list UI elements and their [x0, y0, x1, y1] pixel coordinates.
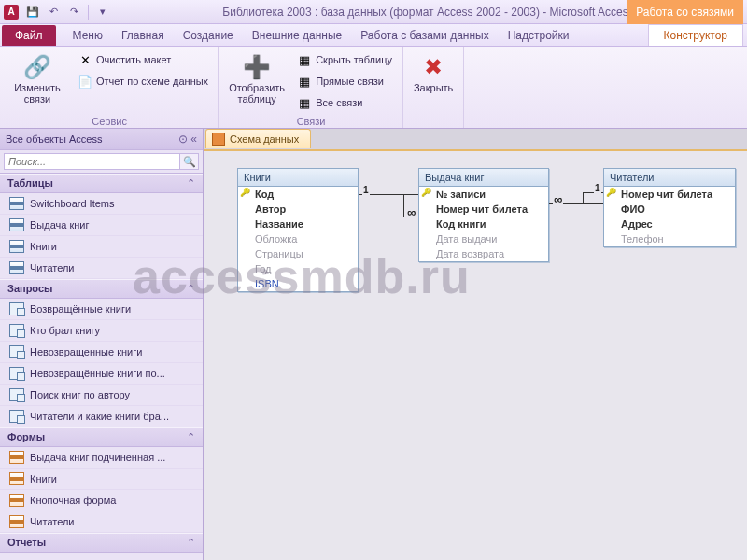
table-field[interactable]: Страницы — [238, 246, 358, 261]
table-field[interactable]: Номер чит билета — [604, 187, 735, 202]
show-table-button[interactable]: ➕ Отобразить таблицу — [225, 49, 289, 107]
hide-table-icon: ▦ — [297, 52, 312, 67]
table-field[interactable]: Название — [238, 217, 358, 231]
nav-item-form-readers[interactable]: Читатели — [0, 511, 203, 533]
table-field[interactable]: Обложка — [238, 231, 358, 246]
table-box-lending[interactable]: Выдача книг № записи Номер чит билета Ко… — [418, 168, 549, 262]
relationship-line — [403, 194, 404, 217]
nav-category-tables[interactable]: Таблицы⌃ — [0, 174, 203, 193]
tab-menu[interactable]: Меню — [63, 25, 112, 46]
tab-addins[interactable]: Надстройки — [499, 25, 579, 46]
table-field[interactable]: Дата возврата — [419, 246, 548, 261]
relationships-canvas[interactable]: Схема данных Книги Код Автор Название Об… — [204, 129, 747, 560]
table-box-books[interactable]: Книги Код Автор Название Обложка Страниц… — [237, 168, 359, 292]
query-icon — [9, 302, 24, 315]
table-icon — [9, 197, 24, 210]
canvas-inner[interactable]: Книги Код Автор Название Обложка Страниц… — [204, 149, 747, 560]
navigation-pane: Все объекты Access ⊙ « 🔍 Таблицы⌃ Switch… — [0, 129, 204, 560]
nav-item-query-whoborrowed[interactable]: Кто брал книгу — [0, 320, 203, 342]
clear-layout-label: Очистить макет — [96, 54, 171, 65]
query-icon — [9, 410, 24, 423]
table-title: Книги — [238, 169, 358, 187]
table-field[interactable]: № записи — [419, 187, 548, 202]
access-app-icon: A — [4, 5, 19, 20]
relationship-report-button[interactable]: 📄 Отчет по схеме данных — [73, 71, 213, 91]
tab-database-tools[interactable]: Работа с базами данных — [351, 25, 498, 46]
nav-item-books[interactable]: Книги — [0, 236, 203, 258]
chevron-up-icon: ⌃ — [187, 283, 195, 295]
form-icon — [9, 494, 24, 507]
nav-category-forms[interactable]: Формы⌃ — [0, 427, 203, 447]
ribbon-group-tools: 🔗 Изменить связи ✕ Очистить макет 📄 Отче… — [0, 47, 219, 128]
chevron-up-icon: ⌃ — [187, 431, 195, 443]
undo-icon[interactable]: ↶ — [45, 4, 62, 21]
nav-item-form-lending-sub[interactable]: Выдача книг подчиненная ... — [0, 447, 203, 469]
clear-layout-button[interactable]: ✕ Очистить макет — [73, 49, 213, 70]
nav-item-query-returned[interactable]: Возвращённые книги — [0, 299, 203, 320]
table-field[interactable]: Год — [238, 261, 358, 276]
save-icon[interactable]: 💾 — [24, 4, 41, 21]
tab-designer[interactable]: Конструктор — [648, 24, 743, 46]
nav-category-queries[interactable]: Запросы⌃ — [0, 279, 203, 299]
nav-item-lending[interactable]: Выдача книг — [0, 215, 203, 236]
nav-item-readers[interactable]: Читатели — [0, 258, 203, 279]
document-tab-schema[interactable]: Схема данных — [205, 129, 311, 148]
nav-item-query-unreturned[interactable]: Невозвращенные книги — [0, 342, 203, 363]
nav-item-label: Невозвращённые книги по... — [30, 368, 165, 379]
nav-category-reports[interactable]: Отчеты⌃ — [0, 533, 203, 553]
nav-item-form-switchboard[interactable]: Кнопочная форма — [0, 490, 203, 511]
table-title: Выдача книг — [419, 169, 548, 187]
table-field[interactable]: ISBN — [238, 276, 358, 291]
tab-home[interactable]: Главная — [112, 25, 174, 46]
table-field[interactable]: Код — [238, 187, 358, 202]
direct-relationships-button[interactable]: ▦ Прямые связи — [292, 71, 397, 91]
nav-item-query-unreturned-by[interactable]: Невозвращённые книги по... — [0, 363, 203, 385]
report-icon: 📄 — [78, 74, 92, 89]
cat-forms-label: Формы — [7, 431, 45, 443]
table-field[interactable]: Адрес — [604, 217, 735, 231]
group-rel-label: Связи — [225, 115, 397, 127]
group-tools-label: Сервис — [6, 115, 213, 127]
chevron-up-icon: ⌃ — [187, 177, 195, 189]
search-input[interactable] — [4, 153, 180, 170]
chevron-up-icon: ⌃ — [187, 537, 195, 549]
table-field[interactable]: Дата выдачи — [419, 231, 548, 246]
all-relationships-button[interactable]: ▦ Все связи — [292, 92, 397, 113]
relationship-line — [583, 192, 584, 203]
table-field[interactable]: Номер чит билета — [419, 202, 548, 217]
nav-header[interactable]: Все объекты Access ⊙ « — [0, 129, 203, 150]
nav-item-query-search-author[interactable]: Поиск книг по автору — [0, 385, 203, 406]
tab-create[interactable]: Создание — [174, 25, 243, 46]
tab-external-data[interactable]: Внешние данные — [243, 25, 352, 46]
table-field[interactable]: Телефон — [604, 231, 735, 246]
tab-file[interactable]: Файл — [2, 25, 56, 46]
show-table-label: Отобразить таблицу — [229, 82, 285, 105]
ribbon: 🔗 Изменить связи ✕ Очистить макет 📄 Отче… — [0, 47, 747, 129]
table-icon — [9, 240, 24, 253]
edit-relationships-label: Изменить связи — [10, 82, 64, 105]
query-icon — [9, 324, 24, 337]
qat-customize-icon[interactable]: ▾ — [94, 4, 111, 21]
table-field[interactable]: Автор — [238, 202, 358, 217]
nav-item-label: Возвращённые книги — [30, 303, 131, 315]
ribbon-tabs: Файл Меню Главная Создание Внешние данны… — [0, 24, 747, 47]
nav-item-switchboard[interactable]: Switchboard Items — [0, 193, 203, 215]
query-icon — [9, 388, 24, 401]
hide-table-button[interactable]: ▦ Скрыть таблицу — [292, 49, 397, 70]
edit-relationships-button[interactable]: 🔗 Изменить связи — [6, 49, 69, 107]
table-box-readers[interactable]: Читатели Номер чит билета ФИО Адрес Теле… — [603, 168, 736, 247]
nav-item-label: Кнопочная форма — [30, 495, 116, 506]
nav-item-form-books[interactable]: Книги — [0, 469, 203, 490]
table-title: Читатели — [604, 169, 735, 187]
table-field[interactable]: ФИО — [604, 202, 735, 217]
search-icon[interactable]: 🔍 — [180, 153, 199, 170]
redo-icon[interactable]: ↷ — [65, 4, 82, 21]
ribbon-group-relationships: ➕ Отобразить таблицу ▦ Скрыть таблицу ▦ … — [219, 47, 403, 128]
direct-rel-icon: ▦ — [297, 74, 312, 89]
chevron-down-icon[interactable]: ⊙ « — [178, 133, 197, 146]
nav-item-label: Кто брал книгу — [30, 325, 100, 336]
nav-item-query-readers-books[interactable]: Читатели и какие книги бра... — [0, 406, 203, 427]
relationships-icon — [212, 133, 225, 146]
close-button[interactable]: ✖ Закрыть — [409, 49, 458, 96]
table-field[interactable]: Код книги — [419, 217, 548, 231]
